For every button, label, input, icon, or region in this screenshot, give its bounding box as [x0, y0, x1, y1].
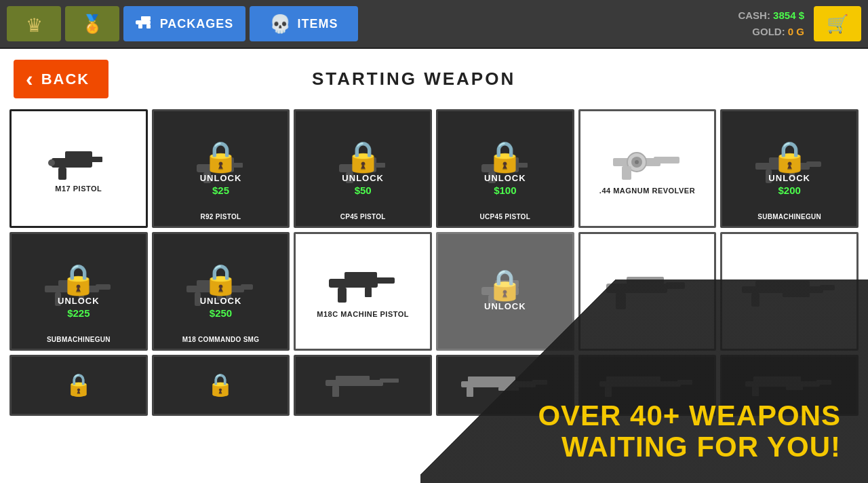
r92-lock-overlay: 🔒 UNLOCK $25 R92 PISTOL: [154, 111, 288, 226]
weapon-card-m17[interactable]: M17 PISTOL: [9, 109, 148, 228]
weapon-card-m18commando[interactable]: 🔒 UNLOCK $250 M18 COMMANDO SMG: [152, 232, 290, 351]
svg-rect-7: [89, 157, 102, 162]
svg-rect-46: [374, 277, 395, 284]
weapon-card-smg200[interactable]: 🔒 UNLOCK $200 SUBMACHINEGUN: [720, 109, 859, 228]
svg-rect-3: [146, 24, 151, 28]
row3-gun3-image: [326, 372, 400, 399]
lock-icon-m18commando: 🔒: [202, 265, 239, 294]
content-header: BACK STARTING WEAPON: [0, 49, 868, 105]
weapon-card-ucp45[interactable]: 🔒 UNLOCK $100 UCP45 PISTOL: [436, 109, 574, 228]
m17-name: M17 PISTOL: [52, 185, 104, 193]
smg225-lock-overlay: 🔒 UNLOCK $225 SUBMACHINEGUN: [12, 234, 146, 349]
skull-icon: [269, 14, 292, 35]
svg-rect-45: [338, 288, 347, 303]
m18c-name: M18C MACHINE PISTOL: [314, 310, 412, 318]
packages-label: PACKAGES: [160, 17, 234, 31]
smg200-lock-overlay: 🔒 UNLOCK $200 SUBMACHINEGUN: [722, 111, 856, 226]
svg-rect-0: [136, 20, 151, 24]
cart-icon: [827, 14, 848, 35]
44magnum-name: .44 MAGNUM REVOLVER: [597, 187, 698, 195]
promo-line1: OVER 40+ WEAPONS: [538, 400, 841, 431]
back-button[interactable]: BACK: [14, 60, 108, 98]
44magnum-image: [610, 143, 684, 184]
items-button[interactable]: ITEMS: [250, 6, 358, 41]
back-arrow-icon: [26, 68, 35, 90]
lock-icon-cp45: 🔒: [344, 142, 382, 172]
m17-pistol-image: [45, 144, 113, 182]
lock-icon-smg225: 🔒: [60, 265, 97, 294]
svg-rect-43: [329, 279, 378, 288]
gun-nav-icon: [136, 16, 155, 32]
svg-rect-2: [138, 24, 142, 28]
promo-text-block: OVER 40+ WEAPONS WAITING FOR YOU!: [538, 400, 841, 463]
lock-icon-ucp45: 🔒: [486, 142, 524, 172]
main-content: BACK STARTING WEAPON M17 PISTOL: [0, 49, 868, 483]
svg-rect-47: [365, 288, 372, 297]
weapon-card-44magnum[interactable]: .44 MAGNUM REVOLVER: [578, 109, 717, 228]
cp45-lock-overlay: 🔒 UNLOCK $50 CP45 PISTOL: [296, 111, 430, 226]
weapon-card-cp45[interactable]: 🔒 UNLOCK $50 CP45 PISTOL: [294, 109, 432, 228]
svg-point-8: [48, 159, 55, 166]
weapon-card-r92[interactable]: 🔒 UNLOCK $25 R92 PISTOL: [152, 109, 290, 228]
weapon-card-row3-3[interactable]: [294, 355, 432, 416]
currency-display: CASH: 3854 $ GOLD: 0 G: [738, 7, 804, 40]
svg-rect-1: [141, 16, 151, 20]
page-title: STARTING WEAPON: [108, 69, 719, 90]
lock-icon-smg200: 🔒: [771, 142, 808, 172]
gold-amount: 0 G: [788, 26, 804, 37]
promo-line2: WAITING FOR YOU!: [538, 431, 841, 463]
medal-icon: [81, 14, 103, 35]
ucp45-lock-overlay: 🔒 UNLOCK $100 UCP45 PISTOL: [438, 111, 572, 226]
crown-icon: [22, 14, 46, 33]
weapon-card-row3-2[interactable]: 🔒: [152, 355, 290, 416]
promo-overlay: OVER 40+ WEAPONS WAITING FOR YOU!: [420, 279, 868, 483]
m18commando-lock-overlay: 🔒 UNLOCK $250 M18 COMMANDO SMG: [154, 234, 288, 349]
back-label: BACK: [41, 71, 90, 88]
weapon-card-m18c[interactable]: M18C MACHINE PISTOL: [294, 232, 432, 351]
svg-rect-26: [622, 166, 631, 180]
svg-rect-60: [326, 380, 383, 386]
svg-rect-44: [344, 272, 377, 279]
cash-amount: 3854 $: [773, 9, 804, 21]
medal-button[interactable]: [65, 6, 119, 41]
cash-label: CASH:: [738, 9, 770, 21]
svg-rect-4: [52, 158, 92, 168]
lock-icon-row3-1: 🔒: [65, 374, 92, 395]
packages-button[interactable]: PACKAGES: [123, 6, 245, 41]
m18c-image: [326, 265, 400, 307]
svg-rect-61: [336, 376, 370, 381]
lock-icon-row3-2: 🔒: [207, 374, 234, 395]
weapon-card-smg225[interactable]: 🔒 UNLOCK $225 SUBMACHINEGUN: [9, 232, 148, 351]
top-navigation: PACKAGES ITEMS CASH: 3854 $ GOLD: 0 G: [0, 0, 868, 49]
weapon-grid-row1: M17 PISTOL 🔒 UNLOCK $25 R92 PISTOL: [0, 105, 868, 232]
svg-point-24: [635, 160, 639, 164]
cart-button[interactable]: [814, 6, 861, 41]
gold-label: GOLD:: [752, 26, 785, 37]
lock-icon-r92: 🔒: [202, 142, 239, 172]
weapon-card-row3-1[interactable]: 🔒: [9, 355, 148, 416]
svg-rect-25: [654, 157, 679, 163]
svg-rect-6: [58, 168, 66, 180]
svg-rect-5: [65, 151, 92, 159]
svg-rect-62: [332, 386, 339, 397]
items-label: ITEMS: [297, 17, 338, 31]
svg-rect-63: [380, 379, 399, 383]
crown-button[interactable]: [7, 6, 61, 41]
